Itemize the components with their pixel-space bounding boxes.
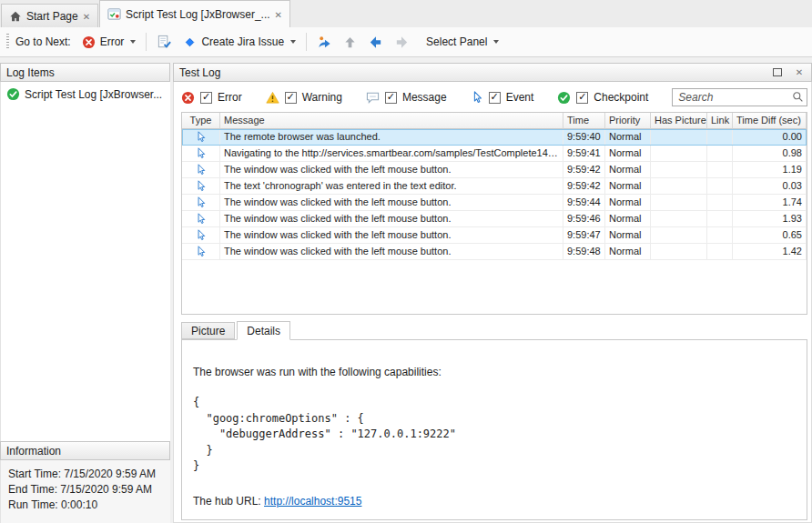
log-table-body: The remote browser was launched. 9:59:40… bbox=[182, 129, 807, 314]
row-link-cell bbox=[707, 244, 733, 260]
hub-url-line: The hub URL: http://localhost:9515 bbox=[193, 495, 796, 508]
start-time-text: Start Time: 7/15/2020 9:59 AM bbox=[8, 467, 163, 482]
row-type-cell bbox=[182, 129, 220, 146]
row-message-cell: Navigating to the http://services.smartb… bbox=[220, 146, 563, 162]
row-time-cell: 9:59:42 bbox=[563, 162, 605, 178]
row-link-cell bbox=[707, 178, 733, 195]
error-filter-checkbox[interactable] bbox=[200, 92, 212, 104]
row-link-cell bbox=[707, 129, 733, 146]
column-header-time-diff[interactable]: Time Diff (sec) bbox=[733, 113, 807, 129]
row-has-picture-cell bbox=[651, 129, 707, 146]
log-row[interactable]: The remote browser was launched. 9:59:40… bbox=[182, 129, 807, 146]
select-panel-button[interactable]: Select Panel bbox=[421, 32, 504, 52]
row-priority-cell: Normal bbox=[605, 178, 651, 195]
event-cursor-icon bbox=[195, 246, 207, 257]
chevron-down-icon bbox=[493, 40, 499, 44]
column-header-has-picture[interactable]: Has Picture bbox=[651, 113, 707, 129]
test-log-icon bbox=[107, 7, 121, 21]
row-time-diff-cell: 1.93 bbox=[733, 211, 807, 227]
test-log-title: Test Log bbox=[179, 66, 220, 79]
row-type-cell bbox=[182, 178, 220, 195]
tab-label: Start Page bbox=[26, 10, 78, 23]
close-tab-icon[interactable] bbox=[275, 8, 282, 21]
row-type-cell bbox=[182, 162, 220, 178]
test-log-body: Error Warning Message bbox=[173, 82, 812, 523]
row-type-cell bbox=[182, 195, 220, 211]
tree-item-script-test-log[interactable]: Script Test Log [JxBrowser... bbox=[1, 82, 170, 101]
checkpoint-filter-checkbox[interactable] bbox=[576, 92, 588, 104]
filter-bar: Error Warning Message bbox=[181, 85, 807, 109]
log-row[interactable]: Navigating to the http://services.smartb… bbox=[182, 146, 807, 162]
toolbar-separator bbox=[146, 33, 147, 51]
event-cursor-icon bbox=[471, 91, 483, 104]
toolbar-grip[interactable] bbox=[6, 34, 9, 50]
row-time-diff-cell: 0.65 bbox=[733, 227, 807, 244]
row-time-diff-cell: 0.00 bbox=[733, 129, 807, 146]
filter-event: Event bbox=[471, 91, 534, 104]
row-message-cell: The window was clicked with the left mou… bbox=[220, 244, 563, 260]
row-has-picture-cell bbox=[651, 211, 707, 227]
goto-next-error-button[interactable]: Error bbox=[76, 32, 142, 53]
log-row[interactable]: The window was clicked with the left mou… bbox=[182, 244, 807, 260]
filter-error: Error bbox=[181, 91, 242, 105]
row-priority-cell: Normal bbox=[605, 129, 651, 146]
tab-script-test-log[interactable]: Script Test Log [JxBrowser_... bbox=[99, 0, 290, 27]
row-priority-cell: Normal bbox=[605, 244, 651, 260]
warning-filter-checkbox[interactable] bbox=[285, 92, 297, 104]
forward-button[interactable] bbox=[389, 31, 415, 54]
row-message-cell: The text 'chronograph' was entered in th… bbox=[220, 178, 563, 195]
log-row[interactable]: The window was clicked with the left mou… bbox=[182, 195, 807, 211]
message-filter-checkbox[interactable] bbox=[385, 92, 397, 104]
column-header-link[interactable]: Link bbox=[707, 113, 733, 129]
log-table-header: Type Message Time Priority Has Picture L… bbox=[182, 113, 807, 129]
back-arrow-icon bbox=[368, 35, 383, 50]
event-filter-checkbox[interactable] bbox=[489, 92, 501, 104]
log-row[interactable]: The window was clicked with the left mou… bbox=[182, 211, 807, 227]
log-row[interactable]: The window was clicked with the left mou… bbox=[182, 227, 807, 244]
search-input[interactable] bbox=[672, 88, 807, 106]
column-header-time[interactable]: Time bbox=[563, 113, 605, 129]
log-row[interactable]: The window was clicked with the left mou… bbox=[182, 162, 807, 178]
row-link-cell bbox=[707, 195, 733, 211]
jira-diamond-icon bbox=[183, 35, 197, 49]
row-priority-cell: Normal bbox=[605, 146, 651, 162]
close-tab-icon[interactable] bbox=[83, 10, 90, 23]
log-row[interactable]: The text 'chronograph' was entered in th… bbox=[182, 178, 807, 195]
column-header-type[interactable]: Type bbox=[182, 113, 220, 129]
tab-start-page[interactable]: Start Page bbox=[1, 4, 98, 27]
post-issue-button[interactable] bbox=[151, 31, 178, 54]
end-time-text: End Time: 7/15/2020 9:59 AM bbox=[8, 482, 163, 498]
row-message-cell: The window was clicked with the left mou… bbox=[220, 195, 563, 211]
event-cursor-icon bbox=[195, 147, 207, 159]
back-button[interactable] bbox=[362, 31, 389, 54]
information-body: Start Time: 7/15/2020 9:59 AM End Time: … bbox=[0, 460, 170, 523]
row-priority-cell: Normal bbox=[605, 227, 651, 244]
row-priority-cell: Normal bbox=[605, 162, 651, 178]
checkmark-icon bbox=[6, 87, 20, 101]
row-has-picture-cell bbox=[651, 195, 707, 211]
tab-details[interactable]: Details bbox=[237, 321, 290, 340]
row-time-cell: 9:59:48 bbox=[563, 244, 605, 260]
row-priority-cell: Normal bbox=[605, 211, 651, 227]
create-jira-issue-button[interactable]: Create Jira Issue bbox=[178, 32, 301, 53]
row-time-cell: 9:59:44 bbox=[563, 195, 605, 211]
float-panel-button[interactable] bbox=[771, 66, 784, 79]
search-icon[interactable] bbox=[792, 91, 804, 103]
toolbar-separator bbox=[306, 33, 307, 51]
event-cursor-icon bbox=[195, 180, 207, 192]
warning-icon bbox=[266, 91, 279, 105]
search-box bbox=[672, 88, 807, 106]
row-time-diff-cell: 0.03 bbox=[733, 178, 807, 195]
hub-url-link[interactable]: http://localhost:9515 bbox=[264, 495, 361, 508]
post-defect-button[interactable] bbox=[311, 31, 338, 54]
tab-picture[interactable]: Picture bbox=[181, 322, 235, 339]
close-panel-button[interactable] bbox=[793, 66, 806, 79]
go-up-button[interactable] bbox=[338, 32, 362, 53]
column-header-priority[interactable]: Priority bbox=[605, 113, 651, 129]
filter-message: Message bbox=[366, 91, 447, 105]
error-icon bbox=[181, 91, 195, 105]
event-cursor-icon bbox=[195, 213, 207, 225]
test-log-panel: Test Log Error bbox=[173, 58, 812, 523]
checkpoint-icon bbox=[557, 91, 571, 105]
column-header-message[interactable]: Message bbox=[220, 113, 563, 129]
